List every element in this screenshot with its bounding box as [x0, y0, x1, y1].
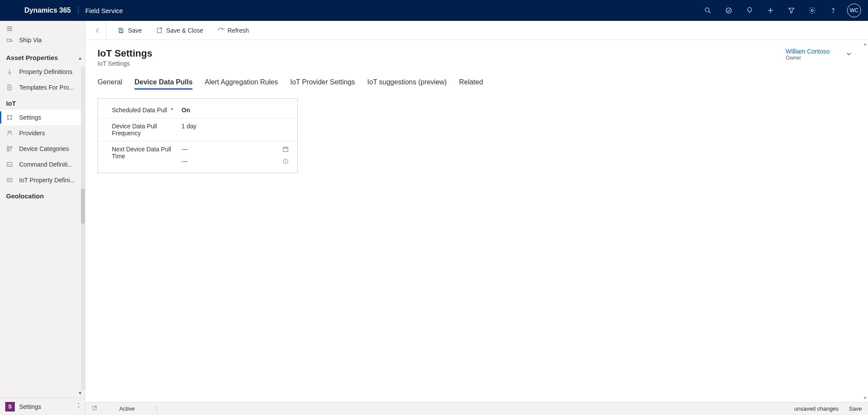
tab-related[interactable]: Related — [459, 78, 483, 90]
unsaved-changes-label: unsaved changes — [794, 405, 838, 412]
field-value: On — [182, 107, 289, 114]
svg-rect-26 — [120, 28, 122, 29]
back-button[interactable] — [89, 21, 106, 40]
popout-icon[interactable] — [91, 405, 98, 412]
area-tile: S — [5, 402, 15, 412]
tab-alert-aggregation-rules[interactable]: Alert Aggregation Rules — [205, 78, 278, 90]
svg-point-16 — [11, 115, 12, 117]
sidebar-item-iot-settings[interactable]: Settings — [0, 110, 85, 125]
sidebar-item-label: Settings — [19, 114, 41, 121]
status-separator — [156, 405, 157, 412]
form-tabs: General Device Data Pulls Alert Aggregat… — [98, 78, 856, 90]
field-value-time: --- — [182, 158, 282, 165]
svg-point-12 — [9, 72, 10, 74]
page-subtitle: IoT Settings — [98, 60, 786, 67]
content-scroll-up[interactable]: ▲ — [863, 42, 867, 46]
sidebar-item-label: IoT Property Defini... — [19, 177, 75, 184]
task-flow-icon[interactable] — [718, 0, 739, 21]
field-value: 1 day — [182, 123, 289, 137]
form-section: Scheduled Data Pull* On Device Data Pull… — [98, 98, 298, 173]
save-button-label: Save — [128, 27, 142, 34]
svg-point-20 — [10, 131, 12, 133]
sidebar-item-label: Property Definitions — [19, 68, 72, 75]
svg-rect-23 — [7, 149, 9, 151]
svg-rect-11 — [7, 39, 10, 41]
sidebar-item-providers[interactable]: Providers — [0, 125, 85, 141]
sidebar-item-label: Ship Via — [19, 37, 42, 44]
field-next-data-pull-time[interactable]: Next Device Data Pull Time --- --- — [98, 141, 297, 169]
save-button[interactable]: Save — [111, 21, 148, 40]
document-icon — [6, 84, 13, 91]
product-brand[interactable]: Dynamics 365 — [24, 7, 78, 14]
nav-group-geolocation: Geolocation — [0, 188, 85, 202]
svg-rect-21 — [7, 147, 9, 148]
owner-field[interactable]: William Contoso Owner — [786, 48, 842, 61]
footer-save-button[interactable]: Save — [846, 405, 862, 412]
clock-icon[interactable] — [282, 158, 289, 165]
page-header: IoT Settings IoT Settings William Contos… — [98, 48, 856, 67]
field-value-date: --- — [182, 146, 282, 153]
sidebar-item-property-definitions[interactable]: Property Definitions — [0, 64, 85, 80]
sidebar-item-label: Templates For Pro... — [19, 84, 74, 91]
help-icon[interactable] — [823, 0, 844, 21]
user-avatar[interactable]: WC — [847, 3, 861, 17]
command-icon — [6, 161, 13, 168]
refresh-button[interactable]: Refresh — [211, 21, 255, 40]
sidebar-item-ship-via[interactable]: Ship Via — [0, 37, 85, 50]
status-bar: Active unsaved changes Save — [85, 402, 868, 415]
field-label: Scheduled Data Pull* — [112, 107, 182, 114]
svg-rect-22 — [10, 147, 12, 148]
sidebar-scrollbar-track — [81, 67, 85, 391]
required-indicator: * — [171, 107, 173, 114]
add-icon[interactable] — [760, 0, 781, 21]
nav-group-iot: IoT — [0, 95, 85, 110]
header-expand-button[interactable] — [842, 48, 856, 57]
field-data-pull-frequency[interactable]: Device Data Pull Frequency 1 day — [98, 118, 297, 141]
footer-save-label: Save — [849, 405, 862, 412]
field-label: Device Data Pull Frequency — [112, 123, 182, 137]
nav-group-asset-properties: Asset Properties — [0, 50, 85, 64]
svg-rect-27 — [120, 30, 122, 32]
area-chevrons-icon: ˄˅ — [77, 403, 80, 410]
sidebar-item-templates-for-properties[interactable]: Templates For Pro... — [0, 80, 85, 95]
assistant-icon[interactable] — [739, 0, 760, 21]
tab-general[interactable]: General — [98, 78, 122, 90]
sidebar-item-iot-property-definitions[interactable]: IoT Property Defini... — [0, 172, 85, 188]
sitemap-sidebar: ▲ Ship Via Asset Properties Property Def… — [0, 21, 85, 415]
content-scroll-down[interactable]: ▼ — [863, 396, 867, 400]
field-scheduled-data-pull[interactable]: Scheduled Data Pull* On — [98, 102, 297, 118]
sidebar-item-label: Device Categories — [19, 145, 69, 152]
svg-point-6 — [811, 10, 814, 12]
global-nav-bar: Dynamics 365 Field Service WC — [0, 0, 868, 21]
settings-gear-icon[interactable] — [802, 0, 823, 21]
svg-point-17 — [7, 119, 9, 120]
calendar-icon[interactable] — [282, 146, 289, 153]
sidebar-toggle-button[interactable] — [0, 21, 85, 37]
search-icon[interactable] — [697, 0, 718, 21]
sidebar-scroll-down[interactable]: ▼ — [77, 390, 83, 396]
content-area: Save Save & Close Refresh IoT Settings I… — [85, 21, 868, 415]
sidebar-item-device-categories[interactable]: Device Categories — [0, 141, 85, 157]
svg-point-15 — [7, 115, 9, 117]
tab-iot-provider-settings[interactable]: IoT Provider Settings — [290, 78, 355, 90]
tab-device-data-pulls[interactable]: Device Data Pulls — [135, 78, 192, 90]
tab-iot-suggestions[interactable]: IoT suggestions (preview) — [367, 78, 447, 90]
app-name[interactable]: Field Service — [85, 7, 123, 14]
svg-point-18 — [11, 119, 12, 120]
sidebar-scrollbar-thumb[interactable] — [81, 189, 85, 224]
sidebar-item-command-definitions[interactable]: Command Definiti... — [0, 157, 85, 172]
sidebar-item-label: Command Definiti... — [19, 161, 73, 168]
ship-via-icon — [6, 37, 13, 44]
sidebar-scroll-up[interactable]: ▲ — [77, 55, 83, 61]
save-and-close-button[interactable]: Save & Close — [150, 21, 209, 40]
page-title: IoT Settings — [98, 48, 786, 59]
area-name: Settings — [19, 403, 73, 410]
field-label: Next Device Data Pull Time — [112, 146, 182, 165]
area-switcher[interactable]: S Settings ˄˅ — [0, 398, 85, 415]
providers-icon — [6, 130, 13, 137]
filter-icon[interactable] — [781, 0, 802, 21]
owner-label: Owner — [786, 55, 830, 61]
iot-settings-icon — [6, 114, 13, 121]
thermometer-icon — [6, 68, 13, 75]
svg-point-19 — [8, 131, 10, 133]
